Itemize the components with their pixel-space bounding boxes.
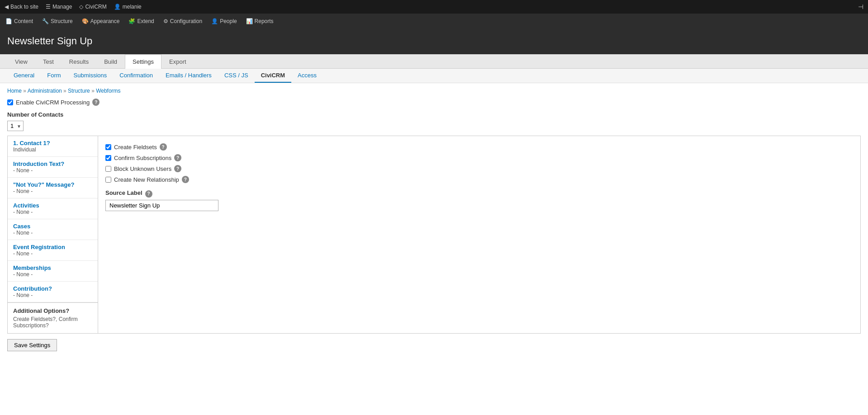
nav-content[interactable]: 📄 Content [5, 18, 33, 24]
back-icon: ◀ [5, 4, 9, 10]
sidebar-item-intro-text[interactable]: Introduction Text? - None - [8, 157, 98, 178]
tab-build[interactable]: Build [96, 54, 125, 69]
sidebar-item-not-you[interactable]: "Not You?" Message? - None - [8, 178, 98, 198]
admin-bar: ◀ Back to site ☰ Manage ◇ CiviCRM 👤 mela… [0, 0, 868, 14]
tab-form[interactable]: Form [41, 69, 67, 83]
number-of-contacts-label: Number of Contacts [7, 111, 861, 118]
sidebar-item-cases[interactable]: Cases - None - [8, 219, 98, 240]
tab-access[interactable]: Access [291, 69, 323, 83]
number-of-contacts-field: Number of Contacts 1 2 3 4 5 ▼ [7, 111, 861, 131]
sidebar-item-event-registration[interactable]: Event Registration - None - [8, 240, 98, 261]
nav-appearance[interactable]: 🎨 Appearance [82, 18, 120, 24]
sidebar-item-contribution[interactable]: Contribution? - None - [8, 282, 98, 302]
tab-settings[interactable]: Settings [125, 54, 161, 69]
save-settings-button[interactable]: Save Settings [7, 339, 57, 351]
create-new-relationship-label[interactable]: Create New Relationship [114, 176, 179, 183]
nav-structure[interactable]: 🔧 Structure [42, 18, 73, 24]
user-link[interactable]: 👤 melanie [114, 4, 142, 10]
page-title: Newsletter Sign Up [7, 35, 861, 47]
civicrm-icon: ◇ [79, 4, 83, 10]
structure-icon: 🔧 [42, 18, 49, 24]
primary-tabs: View Test Results Build Settings Export [0, 54, 868, 69]
configuration-icon: ⚙ [163, 18, 168, 24]
people-icon: 👤 [211, 18, 218, 24]
source-label-input[interactable] [105, 200, 218, 211]
sidebar-activities-sub: - None - [13, 209, 92, 215]
admin-bar-right: ⊣ [858, 3, 863, 10]
confirm-subscriptions-label[interactable]: Confirm Subscriptions [114, 155, 171, 161]
create-fieldsets-row: Create Fieldsets ? [105, 143, 853, 151]
sidebar-memberships-title: Memberships [13, 264, 92, 271]
tab-emails-handlers[interactable]: Emails / Handlers [159, 69, 218, 83]
breadcrumb-sep3: » [91, 88, 96, 94]
source-label-section: Source Label ? [105, 189, 853, 211]
sidebar-event-sub: - None - [13, 250, 92, 257]
tab-general[interactable]: General [7, 69, 41, 83]
create-fieldsets-checkbox[interactable] [105, 144, 111, 150]
sidebar-notyou-sub: - None - [13, 188, 92, 194]
enable-civicrm-help-icon[interactable]: ? [92, 99, 100, 106]
enable-civicrm-label[interactable]: Enable CiviCRM Processing [16, 99, 90, 106]
block-unknown-users-help-icon[interactable]: ? [174, 165, 181, 172]
sidebar-item-memberships[interactable]: Memberships - None - [8, 261, 98, 282]
confirm-subscriptions-help-icon[interactable]: ? [174, 154, 181, 161]
tab-view[interactable]: View [7, 54, 35, 69]
source-label-help-icon[interactable]: ? [145, 190, 152, 198]
tab-results[interactable]: Results [62, 54, 96, 69]
user-icon: 👤 [114, 4, 121, 10]
breadcrumb: Home » Administration » Structure » Webf… [0, 83, 868, 99]
sidebar-contact1-sub: Individual [13, 146, 92, 153]
sidebar-item-contact1[interactable]: 1. Contact 1? Individual [8, 136, 98, 157]
sidebar: 1. Contact 1? Individual Introduction Te… [8, 136, 98, 333]
tab-test[interactable]: Test [35, 54, 62, 69]
sidebar-event-title: Event Registration [13, 244, 92, 250]
breadcrumb-sep2: » [63, 88, 68, 94]
sidebar-activities-title: Activities [13, 202, 92, 209]
block-unknown-users-checkbox[interactable] [105, 166, 111, 172]
create-fieldsets-label[interactable]: Create Fieldsets [114, 144, 157, 151]
reports-icon: 📊 [246, 18, 253, 24]
sidebar-cases-sub: - None - [13, 230, 92, 236]
tab-export[interactable]: Export [161, 54, 194, 69]
number-of-contacts-select[interactable]: 1 2 3 4 5 [7, 121, 24, 131]
block-unknown-users-row: Block Unknown Users ? [105, 165, 853, 172]
tab-submissions[interactable]: Submissions [67, 69, 114, 83]
enable-civicrm-checkbox[interactable] [7, 99, 13, 105]
confirm-subscriptions-row: Confirm Subscriptions ? [105, 154, 853, 161]
extend-icon: 🧩 [128, 18, 135, 24]
breadcrumb-structure[interactable]: Structure [68, 88, 90, 94]
breadcrumb-home[interactable]: Home [7, 88, 22, 94]
nav-bar: 📄 Content 🔧 Structure 🎨 Appearance 🧩 Ext… [0, 14, 868, 29]
breadcrumb-sep1: » [23, 88, 27, 94]
sidebar-item-activities[interactable]: Activities - None - [8, 198, 98, 219]
sidebar-contribution-sub: - None - [13, 292, 92, 298]
source-label-label: Source Label [105, 189, 142, 196]
breadcrumb-webforms[interactable]: Webforms [96, 88, 120, 94]
sidebar-contribution-title: Contribution? [13, 285, 92, 292]
sidebar-memberships-sub: - None - [13, 271, 92, 278]
tab-confirmation[interactable]: Confirmation [113, 69, 159, 83]
nav-configuration[interactable]: ⚙ Configuration [163, 18, 202, 24]
number-of-contacts-wrapper: 1 2 3 4 5 ▼ [7, 121, 24, 131]
collapse-icon[interactable]: ⊣ [858, 3, 863, 10]
nav-reports[interactable]: 📊 Reports [246, 18, 274, 24]
create-new-relationship-checkbox[interactable] [105, 177, 111, 183]
block-unknown-users-label[interactable]: Block Unknown Users [114, 165, 171, 172]
tab-civicrm[interactable]: CiviCRM [255, 69, 291, 83]
save-area: Save Settings [7, 334, 861, 351]
breadcrumb-administration[interactable]: Administration [28, 88, 62, 94]
sidebar-contact1-title: 1. Contact 1? [13, 140, 92, 146]
tab-css-js[interactable]: CSS / JS [218, 69, 255, 83]
nav-people[interactable]: 👤 People [211, 18, 237, 24]
civicrm-link[interactable]: ◇ CiviCRM [79, 4, 106, 10]
back-to-site-link[interactable]: ◀ Back to site [5, 4, 38, 10]
nav-extend[interactable]: 🧩 Extend [128, 18, 154, 24]
main-panel: Create Fieldsets ? Confirm Subscriptions… [98, 136, 860, 333]
confirm-subscriptions-checkbox[interactable] [105, 155, 111, 161]
additional-options-title: Additional Options? [13, 307, 92, 314]
main-layout: 1. Contact 1? Individual Introduction Te… [7, 136, 861, 334]
content-area: Enable CiviCRM Processing ? Number of Co… [0, 99, 868, 358]
manage-link[interactable]: ☰ Manage [46, 4, 72, 10]
create-fieldsets-help-icon[interactable]: ? [160, 143, 167, 151]
create-new-relationship-help-icon[interactable]: ? [182, 176, 189, 183]
